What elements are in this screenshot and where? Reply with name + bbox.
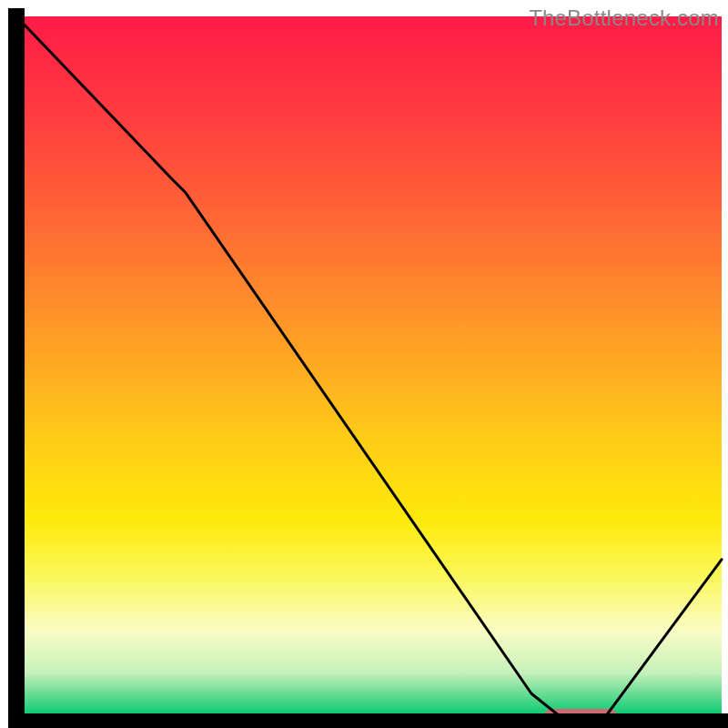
bottleneck-chart: TheBottleneck.com — [0, 0, 728, 728]
watermark-text: TheBottleneck.com — [529, 5, 719, 31]
plot-gradient-background — [16, 16, 722, 714]
chart-svg — [0, 0, 728, 728]
